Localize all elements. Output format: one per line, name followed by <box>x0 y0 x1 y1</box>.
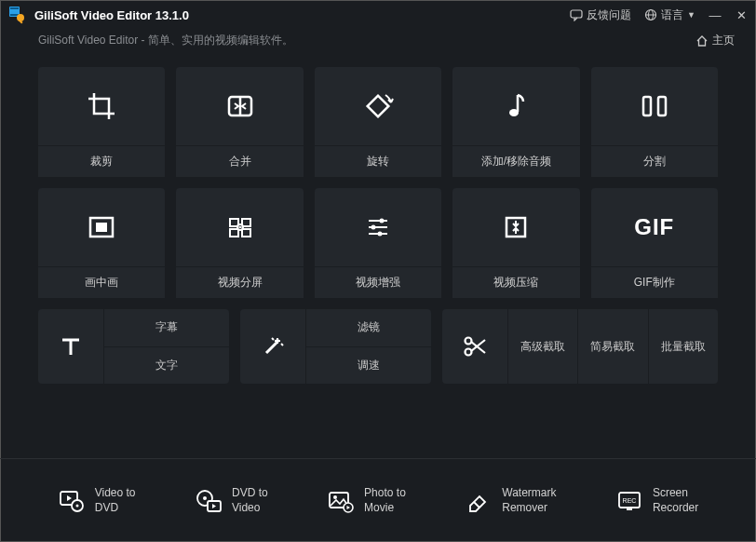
gif-tile[interactable]: GIF GIF制作 <box>591 188 718 298</box>
footer-toolbar: Video to DVD DVD to Video Photo to Movie… <box>0 458 756 542</box>
svg-point-36 <box>203 496 207 500</box>
crop-tile[interactable]: 裁剪 <box>38 67 165 177</box>
feedback-button[interactable]: 反馈问题 <box>570 7 631 23</box>
svg-text:REC: REC <box>623 497 637 504</box>
svg-rect-20 <box>242 229 250 237</box>
globe-icon <box>644 8 657 21</box>
music-note-icon <box>497 88 534 125</box>
svg-rect-14 <box>658 97 666 115</box>
combo-row: 字幕 文字 滤镜 调速 高级截取 简易截取 批量截取 <box>1 298 755 384</box>
svg-line-41 <box>474 502 479 508</box>
svg-point-27 <box>377 232 382 237</box>
merge-tile[interactable]: 合并 <box>176 67 303 177</box>
eraser-icon <box>465 487 493 515</box>
text-icon <box>38 309 103 384</box>
merge-icon <box>222 88 259 125</box>
compress-icon <box>497 209 534 246</box>
rotate-icon <box>359 88 397 125</box>
scissors-icon <box>442 331 507 362</box>
svg-point-39 <box>333 495 337 499</box>
minimize-button[interactable]: — <box>709 8 722 22</box>
filter-button[interactable]: 滤镜 <box>305 309 431 346</box>
audio-tile[interactable]: 添加/移除音频 <box>452 67 579 177</box>
dvd-to-video-button[interactable]: DVD to Video <box>195 486 268 515</box>
svg-point-12 <box>509 109 519 116</box>
enhance-tile[interactable]: 视频增强 <box>315 188 441 298</box>
svg-point-26 <box>371 225 375 230</box>
feature-grid: 裁剪 合并 旋转 添加/移除音频 分割 画中画 视频分屏 视频增强 视频压缩 G… <box>1 58 755 298</box>
svg-rect-18 <box>242 219 250 226</box>
chat-icon <box>570 8 583 21</box>
svg-rect-2 <box>10 14 19 16</box>
home-icon <box>695 34 709 47</box>
app-subtitle: GiliSoft Video Editor - 简单、实用的视频编辑软件。 <box>38 33 293 48</box>
dvd-video-icon <box>195 487 223 515</box>
language-button[interactable]: 语言 ▼ <box>644 7 695 23</box>
cut-combo: 高级截取 简易截取 批量截取 <box>442 309 718 384</box>
video-to-dvd-button[interactable]: Video to DVD <box>58 486 136 515</box>
svg-point-29 <box>276 339 279 343</box>
home-button[interactable]: 主页 <box>695 33 735 48</box>
svg-rect-5 <box>571 10 582 18</box>
svg-rect-11 <box>368 96 389 117</box>
text-button[interactable]: 文字 <box>103 346 229 385</box>
split-tile[interactable]: 分割 <box>591 67 718 177</box>
photo-to-movie-button[interactable]: Photo to Movie <box>327 486 406 515</box>
gif-icon: GIF <box>634 214 674 240</box>
svg-point-34 <box>75 504 78 507</box>
svg-rect-17 <box>230 219 238 226</box>
compress-tile[interactable]: 视频压缩 <box>452 188 579 298</box>
close-button[interactable]: ✕ <box>735 8 748 22</box>
chevron-down-icon: ▼ <box>687 10 695 20</box>
splitscreen-tile[interactable]: 视频分屏 <box>176 188 303 298</box>
svg-rect-19 <box>230 229 238 237</box>
watermark-remover-button[interactable]: Watermark Remover <box>465 486 556 515</box>
recorder-icon: REC <box>615 487 643 515</box>
splitscreen-icon <box>222 209 259 246</box>
pip-tile[interactable]: 画中画 <box>38 188 165 298</box>
sliders-icon <box>359 209 397 246</box>
svg-rect-1 <box>10 7 19 9</box>
magic-wand-icon <box>240 309 305 384</box>
photo-movie-icon <box>327 487 355 515</box>
video-dvd-icon <box>58 487 86 515</box>
rotate-tile[interactable]: 旋转 <box>315 67 441 177</box>
crop-icon <box>83 88 120 125</box>
effect-combo: 滤镜 调速 <box>240 309 431 384</box>
svg-point-25 <box>379 219 384 224</box>
text-combo: 字幕 文字 <box>38 309 229 384</box>
speed-button[interactable]: 调速 <box>305 346 431 385</box>
batch-cut-button[interactable]: 批量截取 <box>648 309 718 384</box>
titlebar: GiliSoft Video Editor 13.1.0 反馈问题 语言 ▼ —… <box>1 1 755 29</box>
svg-rect-16 <box>96 223 107 232</box>
pip-icon <box>83 209 120 246</box>
advanced-cut-button[interactable]: 高级截取 <box>507 309 577 384</box>
svg-rect-13 <box>643 97 651 115</box>
split-icon <box>636 88 673 125</box>
simple-cut-button[interactable]: 简易截取 <box>577 309 647 384</box>
svg-point-30 <box>466 338 472 345</box>
screen-recorder-button[interactable]: REC Screen Recorder <box>615 486 698 515</box>
svg-point-31 <box>466 349 472 356</box>
app-logo-icon <box>8 6 27 24</box>
app-title: GiliSoft Video Editor 13.1.0 <box>34 8 570 22</box>
subtitle-button[interactable]: 字幕 <box>103 309 229 346</box>
